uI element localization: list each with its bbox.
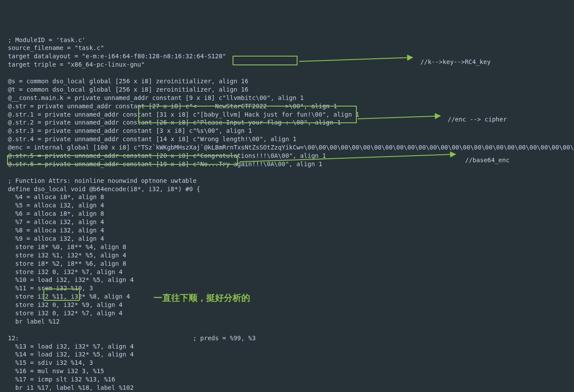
code-viewer: ; ModuleID = 'task.c'source_filename = "…: [8, 36, 570, 392]
code-line: store i32 %1, i32* %5, align 4: [8, 251, 570, 260]
code-line: @t = common dso_local global [256 x i8] …: [8, 86, 570, 94]
code-line: %8 = alloca i32, align 4: [8, 226, 570, 235]
code-line: %10 = load i32, i32* %5, align 4: [8, 276, 570, 284]
code-line: store i32 %11, i32* %8, align 4: [8, 292, 570, 301]
code-line: @s = common dso_local global [256 x i8] …: [8, 77, 570, 86]
code-line: %5 = alloca i32, align 4: [8, 201, 570, 210]
code-line: store i8* %0, i8** %4, align 8: [8, 243, 570, 251]
code-line: [8, 326, 570, 334]
code-line: store i8* %2, i8** %6, align 8: [8, 260, 570, 268]
code-line: br label %12: [8, 317, 570, 326]
code-line: @.str.3 = private unnamed_addr constant …: [8, 127, 570, 135]
code-line: store i32 0, i32* %7, align 4: [8, 268, 570, 276]
code-line: %13 = load i32, i32* %7, align 4: [8, 342, 570, 351]
code-line: target datalayout = "e-m:e-i64:64-f80:12…: [8, 52, 570, 61]
code-line: @.str.1 = private unnamed_addr constant …: [8, 110, 570, 119]
code-line: ; Function Attrs: noinline nounwind optn…: [8, 177, 570, 185]
code-line: @.str.2 = private unnamed_addr constant …: [8, 118, 570, 127]
code-line: 12: ; preds = %99, %3: [8, 334, 570, 342]
code-line: @.str.4 = private unnamed_addr constant …: [8, 135, 570, 143]
code-line: %4 = alloca i8*, align 8: [8, 193, 570, 201]
code-line: store i32 0, i32* %7, align 4: [8, 309, 570, 317]
code-line: @enc = internal global [100 x i8] c"TSz`…: [8, 143, 570, 152]
code-line: br i1 %17, label %18, label %102: [8, 384, 570, 392]
code-line: source_filename = "task.c": [8, 44, 570, 52]
code-line: %16 = mul nsw i32 3, %15: [8, 367, 570, 375]
code-line: target triple = "x86_64-pc-linux-gnu": [8, 61, 570, 69]
code-line: %15 = sdiv i32 %14, 3: [8, 359, 570, 367]
code-line: @.str.5 = private unnamed_addr constant …: [8, 152, 570, 160]
code-line: store i32 0, i32* %9, align 4: [8, 301, 570, 309]
code-line: define dso_local void @b64encode(i8*, i3…: [8, 185, 570, 193]
code-line: %6 = alloca i8*, align 8: [8, 210, 570, 218]
code-line: %9 = alloca i32, align 4: [8, 235, 570, 243]
code-line: @.str = private unnamed_addr constant [2…: [8, 102, 570, 110]
code-line: %17 = icmp slt i32 %13, %16: [8, 375, 570, 384]
code-line: @.str.6 = private unnamed_addr constant …: [8, 160, 570, 168]
code-line: @__const.main.k = private unnamed_addr c…: [8, 94, 570, 102]
code-line: [8, 168, 570, 177]
code-line: [8, 69, 570, 77]
code-line: %14 = load i32, i32* %5, align 4: [8, 350, 570, 359]
code-line: %11 = srem i32 %10, 3: [8, 284, 570, 292]
code-line: %7 = alloca i32, align 4: [8, 218, 570, 226]
code-line: ; ModuleID = 'task.c': [8, 36, 570, 44]
